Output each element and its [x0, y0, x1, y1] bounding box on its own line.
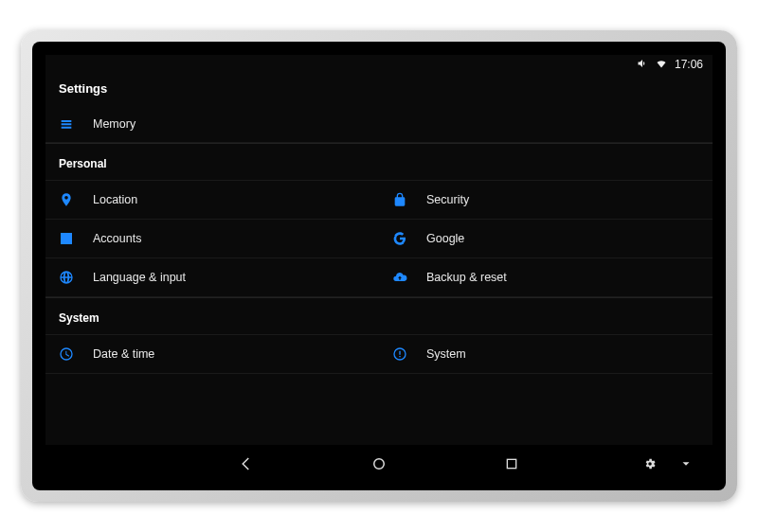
screen: 17:06 Settings Memory Personal	[45, 55, 713, 483]
svg-point-0	[374, 459, 385, 470]
status-bar: 17:06	[45, 55, 713, 74]
globe-icon	[59, 270, 93, 285]
section-header-system: System	[45, 297, 713, 335]
volume-icon	[637, 58, 648, 72]
recents-button[interactable]	[502, 454, 521, 473]
settings-item-google[interactable]: Google	[379, 220, 713, 257]
location-icon	[59, 192, 93, 207]
svg-rect-1	[507, 459, 515, 468]
settings-item-label: System	[426, 347, 466, 361]
chevron-down-icon[interactable]	[677, 454, 695, 473]
home-button[interactable]	[370, 454, 388, 473]
settings-item-memory[interactable]: Memory	[45, 105, 713, 143]
settings-item-accounts[interactable]: Accounts	[45, 220, 379, 257]
settings-item-backup[interactable]: Backup & reset	[379, 258, 713, 296]
back-button[interactable]	[237, 454, 256, 473]
settings-item-label: Language & input	[93, 271, 186, 284]
lock-icon	[392, 192, 426, 207]
settings-item-label: Backup & reset	[426, 271, 507, 284]
gear-icon[interactable]	[641, 454, 659, 473]
info-icon	[392, 346, 426, 362]
bezel: 17:06 Settings Memory Personal	[32, 42, 726, 490]
memory-icon	[59, 116, 93, 132]
section-header-personal: Personal	[45, 143, 713, 181]
settings-item-security[interactable]: Security	[379, 181, 713, 219]
settings-item-label: Date & time	[93, 347, 154, 361]
wifi-icon	[656, 58, 667, 72]
navigation-bar	[45, 445, 713, 483]
settings-item-label: Google	[426, 232, 464, 245]
settings-item-location[interactable]: Location	[45, 181, 379, 219]
google-icon	[392, 231, 426, 246]
settings-list: Memory Personal Location	[45, 105, 713, 445]
settings-item-datetime[interactable]: Date & time	[45, 335, 379, 373]
page-title: Settings	[45, 74, 713, 105]
settings-item-system[interactable]: System	[379, 335, 713, 373]
cloud-icon	[392, 270, 426, 285]
accounts-icon	[59, 231, 93, 246]
clock-icon	[59, 346, 93, 362]
clock-text: 17:06	[675, 58, 703, 71]
settings-item-label: Location	[93, 193, 137, 206]
tablet-frame: 17:06 Settings Memory Personal	[21, 30, 737, 502]
settings-item-label: Accounts	[93, 232, 141, 245]
settings-item-label: Memory	[93, 117, 135, 131]
settings-item-label: Security	[426, 193, 469, 206]
settings-item-language[interactable]: Language & input	[45, 258, 379, 296]
